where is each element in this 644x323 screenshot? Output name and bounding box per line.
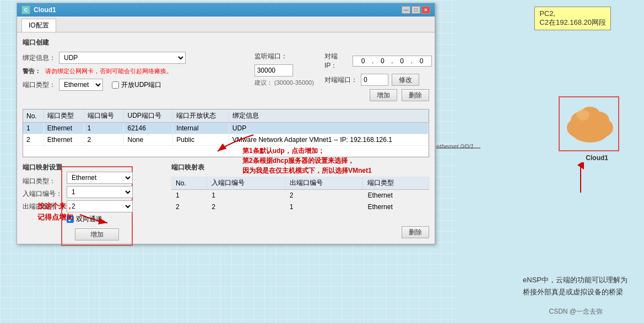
mcol-no: No. — [171, 177, 207, 190]
col-binding: 绑定信息 — [229, 110, 428, 123]
port-table-wrapper: No. 端口类型 端口编号 UDP端口号 端口开放状态 绑定信息 1 Ether… — [23, 109, 429, 157]
title-bar-left: C Cloud1 — [21, 6, 56, 14]
ip-segment-4[interactable] — [414, 57, 429, 65]
csdn-label: CSDN @一念去弥 — [549, 307, 603, 316]
mapping-table-title: 端口映射表 — [171, 163, 429, 172]
mapping-table: No. 入端口编号 出端口编号 端口类型 1 1 2 Ethernet — [171, 177, 429, 224]
mapping-outport-select[interactable]: 2 — [67, 200, 133, 212]
mapping-outport-label: 出端口编号： — [23, 202, 62, 211]
window-icon: C — [21, 6, 30, 14]
warning-text: 请勿绑定公网网卡，否则可能会引起网络瘫痪。 — [45, 67, 172, 75]
ethernet-label: ethernet 0/0/1 — [436, 143, 474, 150]
ip-segment-2[interactable] — [375, 57, 390, 65]
dropdown-box: Ethernet 1 2 双向通道 增加 — [61, 166, 133, 246]
bidirectional-row: 双向通道 — [67, 215, 127, 224]
mcol-out: 出端口编号 — [285, 177, 363, 190]
port-type-label: 端口类型： — [23, 80, 56, 90]
pc2-label: PC2, C2在192.168.20网段 — [534, 7, 611, 30]
col-no: No. — [23, 110, 44, 123]
ip-segment-1[interactable] — [355, 57, 371, 65]
suggest-label: 建议： — [255, 79, 273, 86]
mapping-row[interactable]: 1 1 2 Ethernet — [171, 190, 429, 201]
add-mapping-button[interactable]: 增加 — [75, 228, 119, 240]
cloud-label: Cloud1 — [586, 154, 608, 162]
col-udp: UDP端口号 — [124, 110, 173, 123]
add-port-button[interactable]: 增加 — [370, 89, 397, 101]
col-status: 端口开放状态 — [173, 110, 229, 123]
target-ip-row: 对端IP： . . . — [324, 52, 429, 70]
port-mapping-table-area: 端口映射表 No. 入端口编号 出端口编号 端口类型 1 1 — [171, 163, 429, 238]
table-row[interactable]: 2 Ethernet 2 None Public VMware Network … — [23, 134, 429, 146]
target-port-label: 对端端口： — [324, 75, 358, 85]
col-type: 端口类型 — [44, 110, 84, 123]
section-port-creation: 端口创建 — [23, 38, 429, 47]
tab-io-config[interactable]: IO配置 — [21, 19, 56, 32]
ip-segment-3[interactable] — [394, 57, 410, 65]
mcol-type: 端口类型 — [363, 177, 429, 190]
col-num: 端口编号 — [84, 110, 124, 123]
ip-input-group: . . . — [353, 56, 432, 67]
port-type-select[interactable]: Ethernet — [59, 79, 103, 91]
warning-row: 警告： 请勿绑定公网网卡，否则可能会引起网络瘫痪。 — [23, 67, 249, 75]
mapping-row-empty — [171, 213, 429, 224]
warning-label: 警告： — [23, 67, 42, 75]
close-button[interactable]: ✕ — [421, 6, 430, 14]
mapping-type-label: 端口类型： — [23, 177, 56, 186]
port-type-row: 端口类型： Ethernet 开放UDP端口 — [23, 79, 249, 91]
cloud1-dialog: C Cloud1 — □ ✕ IO配置 端口创建 绑定信息： UDP — [17, 3, 435, 244]
mcol-in: 入端口编号 — [207, 177, 285, 190]
ensp-annotation: eNSP中，云端的功能可以理解为桥接外部真是或虚拟设备的桥梁 — [523, 274, 627, 298]
table-row[interactable]: 1 Ethernet 1 62146 Internal UDP — [23, 123, 429, 134]
bidirectional-label: 双向通道 — [76, 215, 102, 224]
open-udp-checkbox[interactable] — [112, 81, 119, 89]
mapping-row[interactable]: 2 2 1 Ethernet — [171, 201, 429, 213]
mapping-inport-select[interactable]: 1 — [67, 186, 133, 198]
tab-bar: IO配置 — [17, 17, 435, 32]
delete-mapping-button[interactable]: 删除 — [402, 226, 429, 238]
monitor-port-row: 监听端口： — [255, 52, 319, 61]
mapping-inport-label: 入端口编号： — [23, 189, 62, 199]
binding-row: 绑定信息： UDP — [23, 52, 249, 64]
mapping-type-select[interactable]: Ethernet — [67, 172, 133, 184]
target-port-input[interactable] — [361, 74, 388, 86]
binding-label: 绑定信息： — [23, 53, 56, 63]
title-controls: — □ ✕ — [402, 6, 430, 14]
monitor-port-input[interactable] — [255, 64, 293, 76]
delete-port-button[interactable]: 删除 — [402, 89, 429, 101]
open-udp-label: 开放UDP端口 — [121, 80, 161, 90]
target-port-row: 对端端口： 修改 — [324, 74, 429, 86]
window-title: Cloud1 — [34, 6, 56, 14]
port-mapping-settings-area: 端口映射设置 端口类型： 入端口编号： 出端口编号： Ethernet 1 — [23, 163, 166, 238]
dialog-content: 端口创建 绑定信息： UDP 警告： 请勿绑定公网网卡，否则可能会引起网络瘫痪。… — [17, 32, 435, 244]
cloud-icon — [560, 97, 620, 152]
title-bar: C Cloud1 — □ ✕ — [17, 3, 435, 17]
bidirectional-checkbox[interactable] — [67, 216, 74, 223]
bottom-section: 端口映射设置 端口类型： 入端口编号： 出端口编号： Ethernet 1 — [23, 163, 429, 238]
monitor-port-label: 监听端口： — [255, 52, 288, 61]
table-row-empty — [23, 146, 429, 157]
target-ip-label: 对端IP： — [324, 52, 349, 70]
maximize-button[interactable]: □ — [412, 6, 420, 14]
minimize-button[interactable]: — — [402, 6, 410, 14]
svg-point-9 — [576, 110, 589, 121]
port-table: No. 端口类型 端口编号 UDP端口号 端口开放状态 绑定信息 1 Ether… — [23, 110, 429, 157]
open-udp-row: 开放UDP端口 — [112, 80, 161, 90]
binding-select[interactable]: UDP — [59, 52, 186, 64]
suggest-text: (30000-35000) — [274, 79, 314, 86]
cloud-border-box — [559, 96, 619, 151]
modify-button[interactable]: 修改 — [392, 74, 419, 86]
